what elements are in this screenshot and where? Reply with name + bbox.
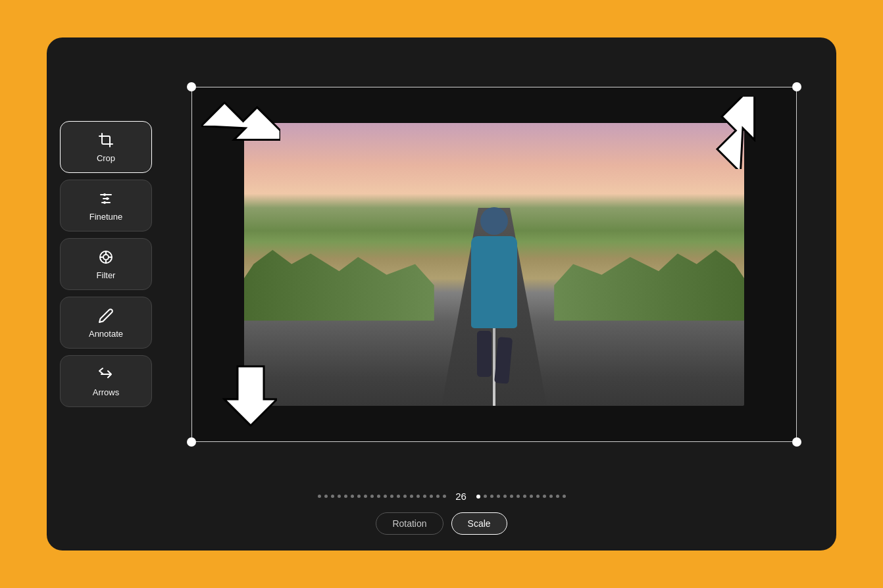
svg-marker-14 [708, 97, 787, 169]
figure-head [480, 207, 508, 235]
dot [563, 495, 566, 498]
svg-point-3 [103, 193, 106, 196]
main-area: Crop Finetune [47, 37, 836, 491]
slider-row[interactable]: 26 [318, 491, 566, 502]
tool-finetune[interactable]: Finetune [60, 180, 152, 232]
dot [543, 495, 546, 498]
person-figure [465, 207, 524, 391]
dot [523, 495, 526, 498]
dot [410, 495, 413, 498]
photo-area [244, 123, 744, 406]
dot [344, 495, 347, 498]
tool-filter-label: Filter [97, 270, 116, 280]
dot [556, 495, 559, 498]
dot [370, 495, 374, 498]
figure-leg-right [494, 337, 513, 384]
dot [384, 495, 387, 498]
vegetation-right [554, 250, 744, 321]
crop-handle-tl[interactable] [187, 82, 196, 91]
dot [397, 495, 400, 498]
arrow-bottom-left [211, 360, 277, 432]
dot [364, 495, 367, 498]
dot [536, 495, 540, 498]
crop-icon [97, 131, 115, 149]
dot [357, 495, 361, 498]
svg-point-5 [103, 201, 106, 204]
dot [436, 495, 440, 498]
dot [403, 495, 407, 498]
tool-finetune-label: Finetune [89, 212, 123, 222]
figure-body [471, 236, 517, 328]
dot [549, 495, 553, 498]
dot [510, 495, 513, 498]
dot [331, 495, 334, 498]
crop-handle-tr[interactable] [792, 82, 801, 91]
vegetation-left [244, 250, 434, 321]
dot [351, 495, 354, 498]
slider-dots-left [318, 495, 446, 498]
svg-point-7 [103, 255, 109, 260]
tool-arrows[interactable]: Arrows [60, 355, 152, 407]
crop-handle-bl[interactable] [187, 437, 196, 447]
tool-annotate[interactable]: Annotate [60, 297, 152, 349]
dot [338, 495, 341, 498]
tab-rotation[interactable]: Rotation [376, 512, 443, 535]
tool-arrows-label: Arrows [93, 387, 119, 397]
tool-filter[interactable]: Filter [60, 238, 152, 290]
dot [416, 495, 420, 498]
arrow-top-left [201, 97, 280, 169]
dot [530, 495, 533, 498]
crop-container[interactable] [191, 87, 797, 442]
arrow-top-right [708, 97, 787, 169]
device-frame: Crop Finetune [47, 37, 836, 551]
arrows-icon [97, 365, 115, 383]
bottom-controls: 26 Rotation Scale [47, 491, 836, 551]
finetune-icon [97, 189, 115, 208]
sidebar: Crop Finetune [60, 121, 152, 407]
tool-crop-label: Crop [97, 153, 115, 163]
figure-legs [465, 331, 524, 377]
slider-value: 26 [451, 491, 471, 502]
tool-annotate-label: Annotate [89, 329, 123, 339]
crop-handle-br[interactable] [792, 437, 801, 447]
dot [423, 495, 426, 498]
dot [430, 495, 433, 498]
dot [318, 495, 321, 498]
dot-active [476, 495, 480, 499]
tool-crop[interactable]: Crop [60, 121, 152, 173]
canvas-area [165, 87, 823, 442]
filter-icon [97, 248, 115, 266]
photo-background [244, 123, 744, 406]
dot [484, 495, 487, 498]
dot [517, 495, 520, 498]
dot [497, 495, 500, 498]
slider-dots-right [476, 495, 566, 499]
figure-leg-left [477, 331, 492, 377]
svg-marker-15 [224, 366, 277, 426]
tab-scale[interactable]: Scale [451, 512, 507, 535]
svg-marker-13 [201, 97, 280, 169]
dot [390, 495, 393, 498]
svg-point-4 [106, 197, 109, 200]
tab-row: Rotation Scale [376, 512, 507, 535]
dot [324, 495, 328, 498]
dot [503, 495, 507, 498]
dot [443, 495, 446, 498]
dot [490, 495, 493, 498]
dot [377, 495, 380, 498]
annotate-icon [97, 306, 115, 325]
